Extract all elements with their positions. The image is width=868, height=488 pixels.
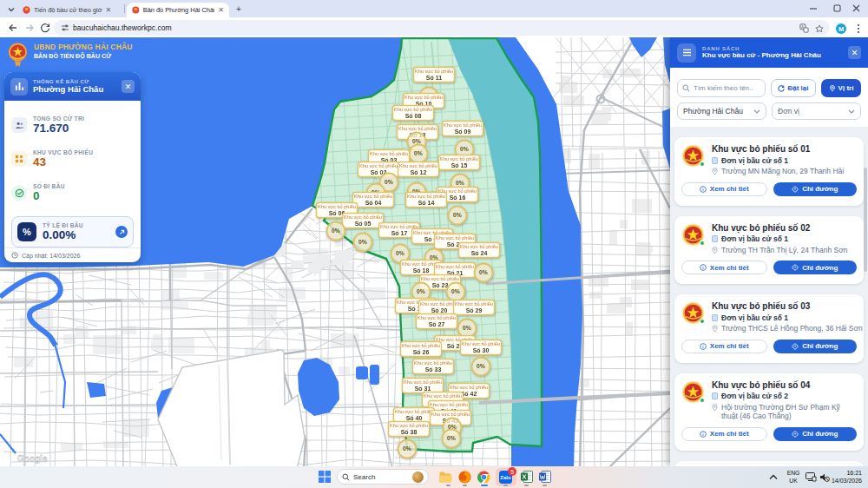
svg-text:Số 15: Số 15 <box>451 162 468 168</box>
svg-text:Số 40: Số 40 <box>406 415 423 421</box>
svg-text:0%: 0% <box>412 138 421 144</box>
svg-text:Số 11: Số 11 <box>426 75 442 81</box>
svg-text:0%: 0% <box>417 288 425 294</box>
svg-text:0%: 0% <box>358 239 367 245</box>
svg-text:0%: 0% <box>451 288 460 294</box>
svg-text:Khu vực bỏ phiếu: Khu vực bỏ phiếu <box>414 360 452 366</box>
svg-text:Khu vực bỏ phiếu: Khu vực bỏ phiếu <box>318 204 356 209</box>
svg-text:0%: 0% <box>403 445 411 452</box>
svg-text:0%: 0% <box>453 212 462 218</box>
svg-text:Khu vực bỏ phiếu: Khu vực bỏ phiếu <box>424 393 462 399</box>
svg-text:Khu vực bỏ phiếu: Khu vực bỏ phiếu <box>402 343 440 348</box>
svg-text:0%: 0% <box>332 228 340 234</box>
svg-text:Số 16: Số 16 <box>450 195 466 201</box>
svg-text:Khu vực bỏ phiếu: Khu vực bỏ phiếu <box>359 163 398 168</box>
svg-text:Khu vực bỏ phiếu: Khu vực bỏ phiếu <box>455 301 493 307</box>
svg-text:Số 29: Số 29 <box>466 307 483 313</box>
svg-text:Số 17: Số 17 <box>391 230 408 236</box>
svg-text:Số 04: Số 04 <box>365 200 382 206</box>
svg-text:Google: Google <box>17 454 48 464</box>
svg-text:0%: 0% <box>447 435 456 441</box>
svg-text:Số 26: Số 26 <box>413 349 430 355</box>
svg-text:Khu vực bỏ phiếu: Khu vực bỏ phiếu <box>407 194 445 199</box>
svg-text:Khu vực bỏ phiếu: Khu vực bỏ phiếu <box>436 264 474 269</box>
svg-text:Khu vực bỏ phiếu: Khu vực bỏ phiếu <box>440 156 478 162</box>
svg-text:Khu vực bỏ phiếu: Khu vực bỏ phiếu <box>399 163 437 168</box>
svg-text:0%: 0% <box>456 180 464 186</box>
svg-text:Khu vực bỏ phiếu: Khu vực bỏ phiếu <box>460 244 498 249</box>
svg-text:Số 38: Số 38 <box>401 429 418 435</box>
svg-text:0%: 0% <box>463 325 471 331</box>
svg-text:Số 31: Số 31 <box>415 386 431 392</box>
svg-text:Số 20: Số 20 <box>431 307 448 313</box>
svg-text:Khu vực bỏ phiếu: Khu vực bỏ phiếu <box>450 385 488 390</box>
svg-text:0%: 0% <box>477 363 485 369</box>
svg-text:0%: 0% <box>460 146 469 152</box>
svg-text:Số 18: Số 18 <box>413 267 430 274</box>
svg-text:Khu vực bỏ phiếu: Khu vực bỏ phiếu <box>420 301 458 307</box>
svg-text:Khu vực bỏ phiếu: Khu vực bỏ phiếu <box>418 315 456 320</box>
svg-text:Số 05: Số 05 <box>355 221 372 227</box>
svg-text:Khu vực bỏ phiếu: Khu vực bỏ phiếu <box>462 341 500 346</box>
svg-text:0%: 0% <box>396 250 404 256</box>
svg-text:Khu vực bỏ phiếu: Khu vực bỏ phiếu <box>344 214 382 220</box>
svg-text:Khu vực bỏ phiếu: Khu vực bỏ phiếu <box>390 423 428 428</box>
svg-text:0%: 0% <box>479 269 488 275</box>
svg-text:0%: 0% <box>385 179 393 185</box>
svg-text:Khu vực bỏ phiếu: Khu vực bỏ phiếu <box>404 95 443 100</box>
svg-text:Số 30: Số 30 <box>473 347 490 353</box>
svg-text:Số 33: Số 33 <box>425 366 442 373</box>
svg-text:Khu vực bỏ phiếu: Khu vực bỏ phiếu <box>430 402 468 407</box>
svg-text:Số 24: Số 24 <box>471 250 488 256</box>
svg-text:Khu vực bỏ phiếu: Khu vực bỏ phiếu <box>394 107 432 112</box>
svg-text:Khu vực bỏ phiếu: Khu vực bỏ phiếu <box>444 122 482 128</box>
svg-text:Khu vực bỏ phiếu: Khu vực bỏ phiếu <box>398 126 437 131</box>
svg-text:Số 12: Số 12 <box>411 169 427 175</box>
svg-text:Số 09: Số 09 <box>455 129 471 135</box>
svg-text:Khu vực bỏ phiếu: Khu vực bỏ phiếu <box>431 412 470 417</box>
svg-text:Khu vực bỏ phiếu: Khu vực bỏ phiếu <box>421 276 459 281</box>
svg-text:Số 14: Số 14 <box>418 200 435 206</box>
svg-text:Số 08: Số 08 <box>405 113 422 119</box>
svg-text:Khu vực bỏ phiếu: Khu vực bỏ phiếu <box>354 194 392 199</box>
svg-text:Khu vực bỏ phiếu: Khu vực bỏ phiếu <box>415 69 453 74</box>
svg-text:Khu vực bỏ phiếu: Khu vực bỏ phiếu <box>370 151 408 156</box>
svg-text:Khu vực bỏ phiếu: Khu vực bỏ phiếu <box>404 379 442 385</box>
svg-text:Số 27: Số 27 <box>429 321 445 327</box>
svg-text:Khu vực bỏ phiếu: Khu vực bỏ phiếu <box>395 409 433 414</box>
svg-text:0%: 0% <box>414 150 423 156</box>
svg-text:Số 23: Số 23 <box>432 282 449 288</box>
svg-text:Khu vực bỏ phiếu: Khu vực bỏ phiếu <box>436 235 474 241</box>
